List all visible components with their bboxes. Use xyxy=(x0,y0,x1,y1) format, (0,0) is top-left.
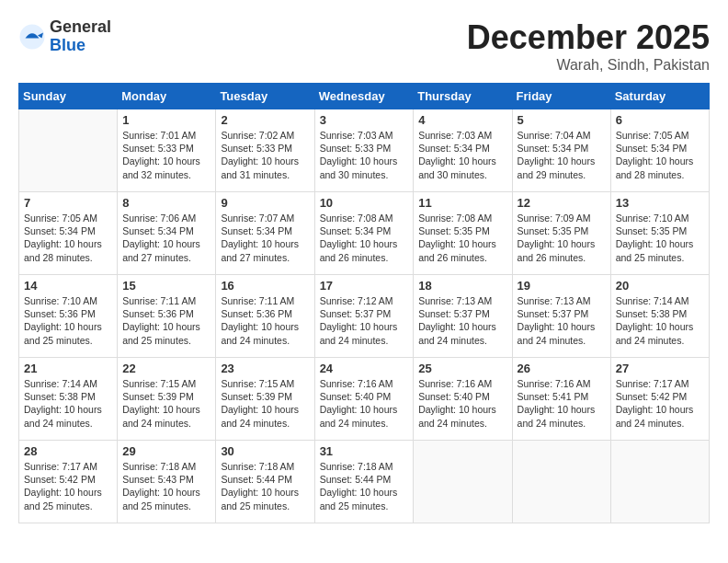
calendar-cell: 26Sunrise: 7:16 AM Sunset: 5:41 PM Dayli… xyxy=(512,358,610,441)
calendar-cell: 29Sunrise: 7:18 AM Sunset: 5:43 PM Dayli… xyxy=(118,441,216,523)
day-number: 10 xyxy=(320,196,409,210)
day-number: 19 xyxy=(518,279,606,293)
day-info: Sunrise: 7:16 AM Sunset: 5:41 PM Dayligh… xyxy=(518,377,606,430)
day-number: 26 xyxy=(518,362,606,375)
day-info: Sunrise: 7:01 AM Sunset: 5:33 PM Dayligh… xyxy=(122,129,210,181)
location-title: Warah, Sindh, Pakistan xyxy=(467,57,710,74)
logo-icon xyxy=(18,23,46,51)
calendar-table: SundayMondayTuesdayWednesdayThursdayFrid… xyxy=(18,83,710,523)
calendar-cell: 5Sunrise: 7:04 AM Sunset: 5:34 PM Daylig… xyxy=(512,109,610,192)
calendar-cell xyxy=(19,109,118,192)
day-number: 21 xyxy=(24,362,112,375)
title-block: December 2025 Warah, Sindh, Pakistan xyxy=(467,18,710,74)
calendar-cell: 1Sunrise: 7:01 AM Sunset: 5:33 PM Daylig… xyxy=(118,109,216,192)
calendar-cell: 15Sunrise: 7:11 AM Sunset: 5:36 PM Dayli… xyxy=(118,275,216,358)
day-number: 17 xyxy=(320,279,409,293)
calendar-cell: 27Sunrise: 7:17 AM Sunset: 5:42 PM Dayli… xyxy=(610,358,709,441)
day-number: 28 xyxy=(24,444,112,458)
calendar-cell: 21Sunrise: 7:14 AM Sunset: 5:38 PM Dayli… xyxy=(19,358,118,441)
week-row-1: 1Sunrise: 7:01 AM Sunset: 5:33 PM Daylig… xyxy=(19,109,710,192)
calendar-cell: 25Sunrise: 7:16 AM Sunset: 5:40 PM Dayli… xyxy=(414,358,512,441)
day-number: 20 xyxy=(616,279,704,293)
calendar-cell xyxy=(512,441,610,523)
header-sunday: Sunday xyxy=(19,84,118,109)
day-info: Sunrise: 7:07 AM Sunset: 5:34 PM Dayligh… xyxy=(221,212,309,264)
day-number: 30 xyxy=(221,444,309,458)
day-number: 23 xyxy=(221,362,309,375)
day-info: Sunrise: 7:18 AM Sunset: 5:44 PM Dayligh… xyxy=(320,460,409,512)
day-number: 31 xyxy=(320,444,409,458)
day-number: 4 xyxy=(418,113,506,127)
calendar-cell: 3Sunrise: 7:03 AM Sunset: 5:33 PM Daylig… xyxy=(314,109,414,192)
day-number: 9 xyxy=(221,196,309,210)
day-info: Sunrise: 7:12 AM Sunset: 5:37 PM Dayligh… xyxy=(320,294,409,347)
header-thursday: Thursday xyxy=(414,84,512,109)
calendar-cell: 16Sunrise: 7:11 AM Sunset: 5:36 PM Dayli… xyxy=(216,275,314,358)
calendar-cell xyxy=(610,441,709,523)
day-info: Sunrise: 7:14 AM Sunset: 5:38 PM Dayligh… xyxy=(24,377,112,430)
day-number: 2 xyxy=(221,113,309,127)
calendar-cell: 7Sunrise: 7:05 AM Sunset: 5:34 PM Daylig… xyxy=(19,192,118,275)
calendar-cell: 19Sunrise: 7:13 AM Sunset: 5:37 PM Dayli… xyxy=(512,275,610,358)
calendar-body: 1Sunrise: 7:01 AM Sunset: 5:33 PM Daylig… xyxy=(19,109,710,523)
day-number: 14 xyxy=(24,279,112,293)
calendar-cell: 8Sunrise: 7:06 AM Sunset: 5:34 PM Daylig… xyxy=(118,192,216,275)
calendar-cell: 20Sunrise: 7:14 AM Sunset: 5:38 PM Dayli… xyxy=(610,275,709,358)
day-number: 1 xyxy=(122,113,210,127)
logo-blue: Blue xyxy=(50,37,111,55)
day-info: Sunrise: 7:10 AM Sunset: 5:35 PM Dayligh… xyxy=(616,212,704,264)
calendar-cell: 18Sunrise: 7:13 AM Sunset: 5:37 PM Dayli… xyxy=(414,275,512,358)
day-number: 22 xyxy=(122,362,210,375)
day-info: Sunrise: 7:03 AM Sunset: 5:33 PM Dayligh… xyxy=(320,129,409,181)
calendar-cell: 13Sunrise: 7:10 AM Sunset: 5:35 PM Dayli… xyxy=(610,192,709,275)
week-row-5: 28Sunrise: 7:17 AM Sunset: 5:42 PM Dayli… xyxy=(19,441,710,523)
calendar-cell: 14Sunrise: 7:10 AM Sunset: 5:36 PM Dayli… xyxy=(19,275,118,358)
day-number: 11 xyxy=(418,196,506,210)
calendar-header-row: SundayMondayTuesdayWednesdayThursdayFrid… xyxy=(19,84,710,109)
month-title: December 2025 xyxy=(467,18,710,57)
week-row-2: 7Sunrise: 7:05 AM Sunset: 5:34 PM Daylig… xyxy=(19,192,710,275)
day-info: Sunrise: 7:13 AM Sunset: 5:37 PM Dayligh… xyxy=(518,294,606,347)
day-number: 29 xyxy=(122,444,210,458)
header-monday: Monday xyxy=(118,84,216,109)
day-info: Sunrise: 7:11 AM Sunset: 5:36 PM Dayligh… xyxy=(122,294,210,347)
day-number: 25 xyxy=(418,362,506,375)
logo-general: General xyxy=(50,18,111,37)
day-info: Sunrise: 7:05 AM Sunset: 5:34 PM Dayligh… xyxy=(616,129,704,181)
day-info: Sunrise: 7:15 AM Sunset: 5:39 PM Dayligh… xyxy=(122,377,210,430)
calendar-cell: 28Sunrise: 7:17 AM Sunset: 5:42 PM Dayli… xyxy=(19,441,118,523)
calendar-cell: 10Sunrise: 7:08 AM Sunset: 5:34 PM Dayli… xyxy=(314,192,414,275)
calendar-cell: 12Sunrise: 7:09 AM Sunset: 5:35 PM Dayli… xyxy=(512,192,610,275)
calendar-cell: 30Sunrise: 7:18 AM Sunset: 5:44 PM Dayli… xyxy=(216,441,314,523)
calendar-cell: 31Sunrise: 7:18 AM Sunset: 5:44 PM Dayli… xyxy=(314,441,414,523)
day-info: Sunrise: 7:08 AM Sunset: 5:35 PM Dayligh… xyxy=(418,212,506,264)
day-info: Sunrise: 7:16 AM Sunset: 5:40 PM Dayligh… xyxy=(418,377,506,430)
day-number: 15 xyxy=(122,279,210,293)
calendar-cell: 9Sunrise: 7:07 AM Sunset: 5:34 PM Daylig… xyxy=(216,192,314,275)
calendar-cell xyxy=(414,441,512,523)
calendar-cell: 24Sunrise: 7:16 AM Sunset: 5:40 PM Dayli… xyxy=(314,358,414,441)
day-info: Sunrise: 7:09 AM Sunset: 5:35 PM Dayligh… xyxy=(518,212,606,264)
day-info: Sunrise: 7:17 AM Sunset: 5:42 PM Dayligh… xyxy=(616,377,704,430)
day-info: Sunrise: 7:16 AM Sunset: 5:40 PM Dayligh… xyxy=(320,377,409,430)
day-number: 24 xyxy=(320,362,409,375)
header-saturday: Saturday xyxy=(610,84,709,109)
day-info: Sunrise: 7:13 AM Sunset: 5:37 PM Dayligh… xyxy=(418,294,506,347)
day-number: 3 xyxy=(320,113,409,127)
week-row-3: 14Sunrise: 7:10 AM Sunset: 5:36 PM Dayli… xyxy=(19,275,710,358)
day-info: Sunrise: 7:17 AM Sunset: 5:42 PM Dayligh… xyxy=(24,460,112,512)
day-info: Sunrise: 7:05 AM Sunset: 5:34 PM Dayligh… xyxy=(24,212,112,264)
day-number: 8 xyxy=(122,196,210,210)
day-number: 5 xyxy=(518,113,606,127)
day-info: Sunrise: 7:15 AM Sunset: 5:39 PM Dayligh… xyxy=(221,377,309,430)
header-wednesday: Wednesday xyxy=(314,84,414,109)
day-info: Sunrise: 7:04 AM Sunset: 5:34 PM Dayligh… xyxy=(518,129,606,181)
day-info: Sunrise: 7:02 AM Sunset: 5:33 PM Dayligh… xyxy=(221,129,309,181)
day-info: Sunrise: 7:14 AM Sunset: 5:38 PM Dayligh… xyxy=(616,294,704,347)
calendar-cell: 4Sunrise: 7:03 AM Sunset: 5:34 PM Daylig… xyxy=(414,109,512,192)
logo: General Blue xyxy=(18,18,111,55)
day-number: 7 xyxy=(24,196,112,210)
day-info: Sunrise: 7:03 AM Sunset: 5:34 PM Dayligh… xyxy=(418,129,506,181)
calendar-cell: 17Sunrise: 7:12 AM Sunset: 5:37 PM Dayli… xyxy=(314,275,414,358)
calendar-cell: 6Sunrise: 7:05 AM Sunset: 5:34 PM Daylig… xyxy=(610,109,709,192)
